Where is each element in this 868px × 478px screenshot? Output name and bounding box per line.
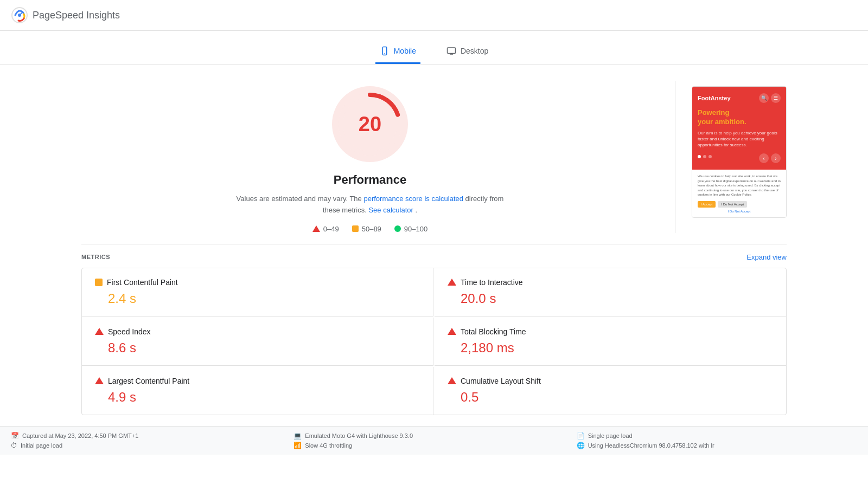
footer-single-page: 📄 Single page load [577, 432, 857, 440]
lcp-icon [95, 377, 104, 384]
screenshot-red-section: FootAnstey 🔍 ☰ Poweringyour ambition. Ou… [692, 87, 786, 170]
metric-tbt-header: Total Blocking Time [448, 327, 773, 336]
footer-col-3: 📄 Single page load 🌐 Using HeadlessChrom… [577, 432, 857, 449]
footer-throttling-text: Slow 4G throttling [305, 442, 352, 449]
screenshot-cookie-text: We use cookies to help our site work, to… [698, 174, 781, 197]
main-content: 20 Performance Values are estimated and … [71, 64, 797, 415]
tbt-name: Total Blocking Time [461, 327, 526, 336]
tbt-value: 2,180 ms [448, 340, 773, 356]
decline-button: I Do Not Accept [718, 201, 747, 208]
screenshot-cookie-section: We use cookies to help our site work, to… [692, 170, 786, 217]
legend-pass-range: 90–100 [404, 225, 427, 233]
fcp-name: First Contentful Paint [107, 278, 178, 287]
screenshot-header: FootAnstey 🔍 ☰ [698, 93, 781, 103]
svg-line-2 [20, 12, 23, 15]
metric-tbt: Total Blocking Time 2,180 ms [435, 318, 786, 366]
triangle-icon [312, 225, 320, 232]
metric-lcp: Largest Contentful Paint 4.9 s [82, 367, 433, 415]
clock-icon: ⏱ [11, 442, 17, 449]
footer-page-load: ⏱ Initial page load [11, 442, 291, 449]
tab-desktop[interactable]: Desktop [442, 40, 493, 64]
metric-si-header: Speed Index [95, 327, 420, 336]
metrics-header: METRICS Expand view [81, 244, 787, 268]
legend-fail-range: 0–49 [323, 225, 339, 233]
screenshot-decline-link: I Do Not Accept [698, 210, 781, 213]
score-value: 20 [359, 113, 381, 136]
cls-icon [448, 377, 456, 384]
tab-mobile[interactable]: Mobile [375, 40, 420, 64]
metrics-grid: First Contentful Paint 2.4 s Time to Int… [81, 268, 787, 415]
screenshot-carousel-dots [698, 155, 712, 158]
footer-single-page-text: Single page load [588, 432, 633, 439]
wifi-icon: 📶 [293, 442, 302, 449]
legend-average-range: 50–89 [362, 225, 381, 233]
mobile-icon [380, 46, 390, 56]
metric-si: Speed Index 8.6 s [82, 318, 433, 366]
metric-cls: Cumulative Layout Shift 0.5 [435, 367, 786, 415]
footer-page-load-text: Initial page load [21, 442, 62, 449]
next-arrow: › [771, 153, 781, 163]
legend: 0–49 50–89 90–100 [312, 225, 427, 233]
see-calculator-link[interactable]: See calculator [368, 206, 413, 214]
footer-browser-text: Using HeadlessChromium 98.0.4758.102 wit… [588, 442, 714, 449]
desktop-icon [446, 46, 456, 56]
si-icon [95, 328, 104, 335]
svg-point-4 [384, 53, 385, 54]
accept-button: I Accept [698, 201, 716, 208]
metric-tti-header: Time to Interactive [448, 278, 773, 287]
tbt-icon [448, 328, 456, 335]
tab-desktop-label: Desktop [461, 47, 488, 55]
footer-capture-text: Captured at May 23, 2022, 4:50 PM GMT+1 [22, 432, 138, 439]
gauge-background: 20 [332, 86, 408, 162]
menu-icon-circle: ☰ [771, 93, 781, 103]
cls-value: 0.5 [448, 390, 773, 405]
description-start: Values are estimated and may vary. The [237, 195, 364, 203]
dot-2 [703, 155, 706, 158]
footer-bar: 📅 Captured at May 23, 2022, 4:50 PM GMT+… [0, 426, 868, 455]
metric-cls-header: Cumulative Layout Shift [448, 377, 773, 385]
dot-1 [698, 155, 701, 158]
metric-tti: Time to Interactive 20.0 s [435, 268, 786, 316]
score-section: 20 Performance Values are estimated and … [81, 64, 787, 244]
screenshot-header-icons: 🔍 ☰ [759, 93, 781, 103]
tti-name: Time to Interactive [461, 278, 523, 287]
device-icon: 💻 [293, 432, 302, 440]
tti-icon [448, 279, 456, 286]
screenshot-body: Our aim is to help you achieve your goal… [698, 130, 781, 148]
metrics-section-label: METRICS [81, 254, 110, 260]
fcp-icon [95, 279, 103, 286]
fcp-value: 2.4 s [95, 291, 420, 306]
screenshot-headline: Poweringyour ambition. [698, 108, 781, 127]
header: PageSpeed Insights [0, 0, 868, 31]
footer-col-2: 💻 Emulated Moto G4 with Lighthouse 9.3.0… [293, 432, 574, 449]
si-value: 8.6 s [95, 340, 420, 356]
legend-pass: 90–100 [394, 225, 427, 233]
legend-fail: 0–49 [312, 225, 339, 233]
footer-capture-time: 📅 Captured at May 23, 2022, 4:50 PM GMT+… [11, 432, 291, 440]
lcp-value: 4.9 s [95, 390, 420, 405]
footer-device-text: Emulated Moto G4 with Lighthouse 9.3.0 [305, 432, 413, 439]
page-icon: 📄 [577, 432, 585, 440]
app-title: PageSpeed Insights [33, 10, 120, 21]
search-icon-circle: 🔍 [759, 93, 769, 103]
cls-name: Cumulative Layout Shift [461, 377, 541, 385]
metric-fcp-header: First Contentful Paint [95, 278, 420, 287]
vertical-divider [675, 81, 675, 233]
legend-average: 50–89 [352, 225, 381, 233]
browser-icon: 🌐 [577, 442, 585, 449]
svg-rect-5 [447, 48, 455, 54]
tab-mobile-label: Mobile [394, 47, 416, 55]
tti-value: 20.0 s [448, 291, 773, 306]
logo: PageSpeed Insights [11, 7, 120, 24]
footer-throttling: 📶 Slow 4G throttling [293, 442, 574, 449]
screenshot-brand: FootAnstey [698, 95, 731, 101]
footer-browser-version: 🌐 Using HeadlessChromium 98.0.4758.102 w… [577, 442, 857, 449]
si-name: Speed Index [108, 327, 151, 336]
performance-score-link[interactable]: performance score is calculated [363, 195, 463, 203]
expand-view-button[interactable]: Expand view [746, 253, 787, 261]
screenshot-cookie-buttons: I Accept I Do Not Accept [698, 201, 781, 208]
footer-emulated-device: 💻 Emulated Moto G4 with Lighthouse 9.3.0 [293, 432, 574, 440]
tabs-bar: Mobile Desktop [0, 31, 868, 64]
calendar-icon: 📅 [11, 432, 19, 440]
lcp-name: Largest Contentful Paint [108, 377, 189, 385]
